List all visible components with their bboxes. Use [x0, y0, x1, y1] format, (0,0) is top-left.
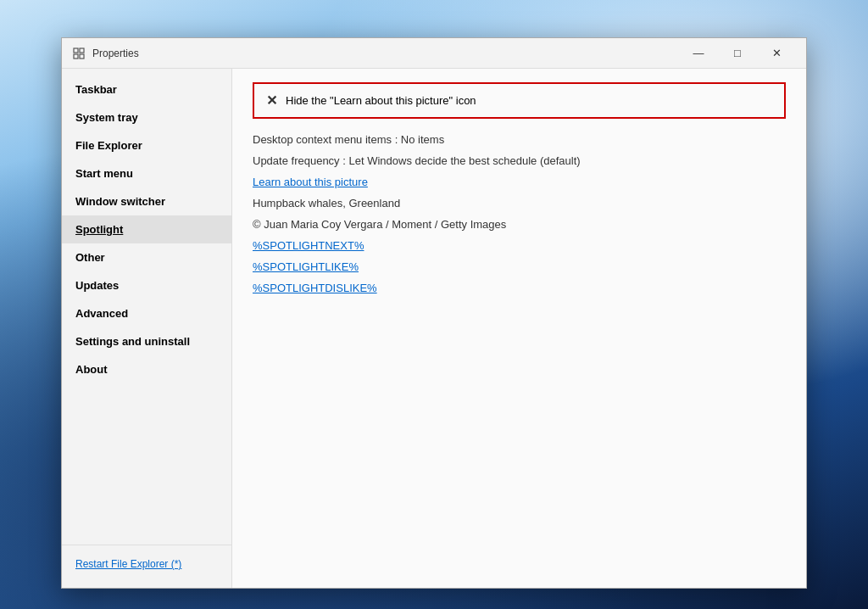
highlight-box: ✕ Hide the "Learn about this picture" ic…: [253, 82, 786, 119]
sidebar-item-window-switcher[interactable]: Window switcher: [62, 187, 231, 215]
spotlight-dislike-link[interactable]: %SPOTLIGHTDISLIKE%: [253, 277, 786, 299]
svg-rect-3: [80, 54, 84, 59]
window-icon: [72, 47, 86, 60]
window-title: Properties: [92, 47, 679, 59]
sidebar-item-spotlight[interactable]: Spotlight: [62, 215, 231, 243]
sidebar-item-other[interactable]: Other: [62, 243, 231, 271]
learn-about-picture-link[interactable]: Learn about this picture: [253, 171, 786, 193]
close-button[interactable]: ✕: [757, 40, 796, 67]
properties-window: Properties — □ ✕ Taskbar System tray Fil…: [61, 37, 807, 589]
desktop-context-menu-row: Desktop context menu items : No items: [253, 129, 786, 150]
window-controls: — □ ✕: [679, 40, 796, 67]
image-title: Humpback whales, Greenland: [253, 193, 786, 214]
spotlight-like-link[interactable]: %SPOTLIGHTLIKE%: [253, 256, 786, 277]
sidebar-item-system-tray[interactable]: System tray: [62, 103, 231, 131]
sidebar-item-advanced[interactable]: Advanced: [62, 299, 231, 327]
sidebar-item-start-menu[interactable]: Start menu: [62, 159, 231, 187]
restart-file-explorer-link[interactable]: Restart File Explorer (*): [75, 558, 181, 570]
title-bar: Properties — □ ✕: [62, 38, 806, 69]
sidebar-item-updates[interactable]: Updates: [62, 271, 231, 299]
sidebar-item-about[interactable]: About: [62, 355, 231, 383]
svg-rect-1: [80, 48, 84, 53]
x-icon: ✕: [266, 92, 277, 109]
sidebar-item-file-explorer[interactable]: File Explorer: [62, 131, 231, 159]
copyright-text: © Juan Maria Coy Vergara / Moment / Gett…: [253, 214, 786, 235]
sidebar-item-taskbar[interactable]: Taskbar: [62, 75, 231, 103]
sidebar-item-settings-uninstall[interactable]: Settings and uninstall: [62, 327, 231, 355]
main-content: Taskbar System tray File Explorer Start …: [62, 69, 806, 588]
maximize-button[interactable]: □: [718, 40, 757, 67]
svg-rect-0: [74, 48, 78, 53]
highlight-text: Hide the "Learn about this picture" icon: [286, 94, 476, 107]
svg-rect-2: [74, 54, 78, 59]
minimize-button[interactable]: —: [679, 40, 718, 67]
update-frequency-row: Update frequency : Let Windows decide th…: [253, 150, 786, 171]
sidebar-footer: Restart File Explorer (*): [62, 545, 231, 581]
spotlight-next-link[interactable]: %SPOTLIGHTNEXT%: [253, 235, 786, 256]
content-panel: ✕ Hide the "Learn about this picture" ic…: [231, 69, 806, 588]
sidebar: Taskbar System tray File Explorer Start …: [62, 69, 231, 588]
